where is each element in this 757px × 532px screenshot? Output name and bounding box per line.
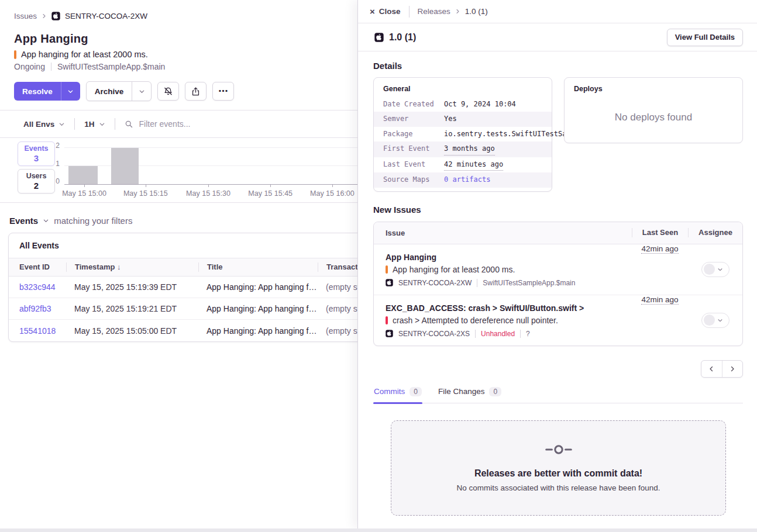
unsubscribe-button[interactable]: [157, 82, 179, 101]
next-page-button[interactable]: [722, 361, 743, 377]
chevron-down-icon: [717, 267, 723, 272]
resolve-button[interactable]: Resolve: [14, 82, 61, 101]
filter-bar: All Envs 1H: [0, 110, 357, 137]
commit-icon: [542, 443, 575, 456]
event-bar-chart: May 15 15:00 May 15 15:15 May 15 15:30 M…: [64, 146, 357, 185]
chevron-right-icon: [729, 365, 736, 372]
breadcrumb-project-id[interactable]: SENTRY-COCOA-2XW: [65, 12, 147, 20]
y-axis-tick: 0: [49, 177, 60, 185]
column-header-last-seen: Last Seen: [632, 228, 688, 237]
environment-dropdown[interactable]: All Envs: [23, 120, 65, 129]
column-header-assignee: Assignee: [688, 228, 742, 237]
issue-link[interactable]: EXC_BAD_ACCESS: crash > SwiftUI/Button.s…: [386, 303, 632, 313]
event-count-bar: [111, 148, 139, 184]
close-icon: ×: [370, 7, 375, 16]
event-id-link[interactable]: 15541018: [9, 326, 66, 336]
table-row: abf92fb3 May 15, 2025 15:19:21 EDT App H…: [9, 298, 357, 320]
general-card: General Date Created Oct 9, 2024 10:04 S…: [373, 77, 552, 192]
issue-row[interactable]: EXC_BAD_ACCESS: crash > SwiftUI/Button.s…: [374, 295, 742, 346]
divider: [477, 279, 477, 287]
event-transaction: (empty string): [318, 304, 357, 313]
table-header-row: Event ID Timestamp ↓ Title Transaction: [9, 258, 357, 277]
more-options-button[interactable]: ⋯: [212, 82, 234, 101]
events-section-heading: Events matching your filters: [0, 203, 357, 226]
issue-subtitle: App hanging for at least 2000 ms.: [0, 46, 357, 59]
close-drawer-button[interactable]: × Close: [370, 7, 401, 16]
details-heading: Details: [373, 61, 743, 71]
breadcrumb-releases-link[interactable]: Releases: [418, 7, 450, 16]
kv-row-last-event: Last Event 42 minutes ago: [374, 157, 552, 172]
deploys-empty-text: No deploys found: [565, 112, 742, 123]
event-transaction: (empty string): [318, 326, 357, 336]
kv-row-package: Package io.sentry.tests.SwiftUITestSampl…: [374, 127, 552, 141]
tab-file-changes[interactable]: File Changes 0: [438, 384, 502, 403]
table-title: All Events: [9, 233, 357, 258]
resolve-split-button: Resolve: [14, 82, 80, 101]
divider: [475, 330, 476, 338]
level-indicator: [14, 50, 16, 59]
time-period-dropdown[interactable]: 1H: [84, 120, 105, 129]
previous-page-button[interactable]: [701, 361, 722, 377]
archive-button[interactable]: Archive: [87, 82, 132, 101]
unknown-indicator: ?: [526, 330, 530, 338]
issue-link[interactable]: App Hanging: [386, 253, 632, 262]
gridline: [64, 165, 357, 166]
column-header-event-id[interactable]: Event ID: [9, 262, 66, 272]
empty-state-subtitle: No commits associated with this release …: [456, 483, 660, 492]
y-axis-tick: 2: [49, 141, 60, 150]
event-id-link[interactable]: abf92fb3: [9, 304, 66, 313]
chevron-down-icon[interactable]: [43, 217, 49, 224]
assignee-dropdown[interactable]: [701, 313, 730, 328]
page-bottom-edge: [0, 528, 757, 532]
empty-state-title: Releases are better with commit data!: [474, 468, 642, 479]
archive-dropdown-button[interactable]: [132, 82, 151, 101]
column-header-issue: Issue: [374, 229, 632, 237]
y-axis-tick: 1: [49, 160, 60, 168]
kv-row-first-event: First Event 3 months ago: [374, 141, 552, 157]
search-input[interactable]: [139, 119, 315, 129]
event-title: App Hanging: App hanging for at least 20…: [198, 304, 318, 313]
view-full-details-button[interactable]: View Full Details: [667, 29, 743, 46]
bell-off-icon: [163, 87, 173, 96]
x-axis-label: May 15 16:00: [310, 189, 355, 198]
tab-commits[interactable]: Commits 0: [373, 384, 422, 403]
issues-pagination: [373, 360, 743, 378]
event-id-link[interactable]: b323c944: [9, 282, 66, 292]
x-axis-tick: [146, 185, 146, 187]
column-header-timestamp[interactable]: Timestamp ↓: [66, 262, 198, 272]
column-header-transaction[interactable]: Transaction: [318, 262, 357, 272]
x-axis-label: May 15 15:00: [62, 189, 106, 198]
x-axis-label: May 15 15:30: [186, 189, 230, 198]
chevron-right-icon: [42, 13, 47, 19]
event-title: App Hanging: App hanging for at least 20…: [198, 326, 318, 336]
unhandled-tag: Unhandled: [481, 330, 515, 338]
share-button[interactable]: [185, 82, 207, 101]
deploys-card-title: Deploys: [565, 78, 742, 97]
column-header-title[interactable]: Title: [198, 262, 318, 272]
x-axis-tick: [332, 185, 333, 187]
breadcrumb-issues-link[interactable]: Issues: [14, 12, 37, 20]
issue-details-panel: Issues SENTRY-COCOA-2XW App Hanging App …: [0, 0, 357, 528]
assignee-dropdown[interactable]: [701, 262, 730, 277]
x-axis-tick: [84, 185, 85, 187]
event-title: App Hanging: App hanging for at least 20…: [198, 282, 318, 292]
issue-row[interactable]: App Hanging App hanging for at least 200…: [374, 244, 742, 295]
commits-count-badge: 0: [410, 387, 422, 396]
new-issues-table: Issue Last Seen Assignee App Hanging App…: [373, 222, 743, 346]
share-icon: [191, 87, 201, 96]
deploys-card: Deploys No deploys found: [564, 77, 743, 143]
source-maps-link[interactable]: 0 artifacts: [444, 174, 542, 185]
issue-culprit: SwiftUITestSampleApp.$main: [57, 62, 165, 71]
resolve-dropdown-button[interactable]: [61, 82, 80, 101]
x-axis-tick: [208, 185, 209, 187]
kv-row-date-created: Date Created Oct 9, 2024 10:04: [374, 97, 552, 112]
action-bar: Resolve Archive ⋯: [0, 71, 357, 101]
events-heading-dropdown[interactable]: Events: [9, 216, 38, 226]
events-heading-suffix: matching your filters: [54, 216, 132, 226]
search-icon: [125, 120, 133, 129]
x-axis-label: May 15 15:45: [248, 189, 293, 198]
breadcrumb: Issues SENTRY-COCOA-2XW: [0, 0, 357, 20]
status-badge: Ongoing: [14, 62, 45, 71]
apple-platform-icon: [386, 330, 393, 337]
chevron-down-icon: [139, 88, 145, 95]
